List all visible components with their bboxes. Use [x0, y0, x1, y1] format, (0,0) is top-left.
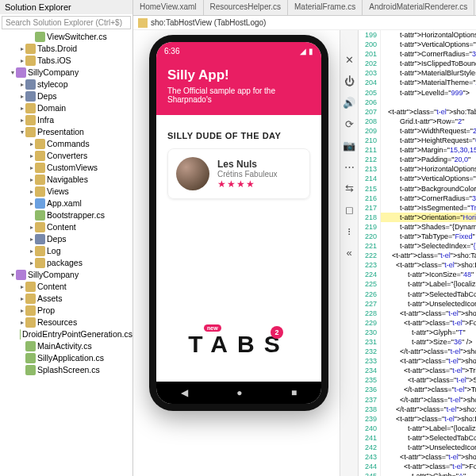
code-line[interactable]: t-attr">VerticalOptions="Start"	[381, 40, 476, 49]
code-line[interactable]: <t-attr">class="t-el">sho:BottomTabItem …	[381, 414, 476, 424]
code-editor[interactable]: 1992002012022032042052062072082092102112…	[359, 30, 476, 476]
code-line[interactable]: <t-attr">class="t-el">FontImageSource t-…	[381, 318, 476, 328]
tree-item[interactable]: ▸Content	[2, 221, 132, 233]
tree-item[interactable]: Bootstrapper.cs	[2, 209, 132, 221]
tree-item[interactable]: ▸App.xaml	[2, 198, 132, 209]
tree-item[interactable]: ▸stylecop	[2, 79, 132, 90]
tree-item[interactable]: ▾Presentation	[2, 126, 132, 138]
code-line[interactable]: t-attr">LevelId="999">	[381, 88, 476, 98]
code-lines[interactable]: t-attr">HorizontalOptions="Center" t-att…	[381, 30, 476, 476]
code-line[interactable]: t-attr">Orientation="Horizontal"	[381, 213, 476, 222]
code-line[interactable]: </t-attr">class="t-el">Trigger>	[381, 385, 476, 394]
phone-screen[interactable]: 6:36 ◢ ▮ Silly App! The Official sample …	[156, 42, 321, 404]
tree-item[interactable]: ▸Domain	[2, 102, 132, 114]
code-line[interactable]: </t-attr">class="t-el">sho:BottomTabItem…	[381, 405, 476, 414]
code-line[interactable]: <t-attr">class="t-el">sho:BottomTabItem.…	[381, 309, 476, 318]
nav-recent-icon[interactable]: ■	[291, 387, 297, 398]
emulator-tool-icon[interactable]: 📷	[343, 140, 355, 152]
document-tabs[interactable]: HomeView.xamlResourcesHelper.csMaterialF…	[133, 0, 476, 16]
emulator-tool-icon[interactable]: ⏻	[344, 75, 355, 87]
code-line[interactable]: <t-attr">class="t-el">sho:BottomTabItem.…	[381, 452, 476, 462]
nav-back-icon[interactable]: ◀	[181, 387, 188, 398]
emulator-tool-icon[interactable]: «	[346, 247, 351, 259]
tree-item[interactable]: ▸Deps	[2, 233, 132, 245]
tree-item[interactable]: ▸Assets	[2, 293, 132, 305]
tree-item[interactable]: ▸Converters	[2, 150, 132, 162]
solution-explorer-search[interactable]: Search Solution Explorer (Ctrl+$)	[2, 16, 131, 29]
tree-item[interactable]: ▸packages	[2, 257, 132, 269]
dude-card[interactable]: Les Nuls Crétins Fabuleux ★★★★	[167, 148, 310, 199]
android-navbar[interactable]: ◀ ● ■	[156, 382, 321, 404]
code-line[interactable]: <t-attr">class="t-el">sho:TabHostView.Ta…	[381, 251, 476, 260]
emulator-tool-icon[interactable]: ⟳	[345, 118, 354, 130]
tree-item[interactable]: SillyApplication.cs	[2, 352, 132, 364]
tree-item[interactable]: ▸Prop	[2, 305, 132, 317]
tree-item[interactable]: ▸Tabs.iOS	[2, 55, 132, 67]
tree-item[interactable]: ▾SillyCompany	[2, 269, 132, 281]
code-line[interactable]: t-attr">HeightRequest="60"	[381, 136, 476, 145]
code-line[interactable]: t-attr">UnselectedIconColor="■{StaticRes…	[381, 443, 476, 452]
code-line[interactable]: t-attr">BackgroundColor="{DynamicResourc…	[381, 184, 476, 194]
tree-item[interactable]: DroidEntryPointGeneration.cs	[2, 328, 132, 340]
code-line[interactable]: t-attr">Label="{localization:Translate T…	[381, 424, 476, 433]
nav-home-icon[interactable]: ●	[236, 387, 242, 398]
solution-tree[interactable]: ViewSwitcher.cs▸Tabs.Droid▸Tabs.iOS▾Sill…	[0, 31, 132, 476]
code-line[interactable]: t-attr">MaterialBlurStyle="{DynamicResou…	[381, 68, 476, 78]
code-line[interactable]: t-attr">Glyph="A"	[381, 471, 476, 476]
tree-item[interactable]: ▾SillyCompany	[2, 67, 132, 79]
tree-item[interactable]: ▸Resources	[2, 317, 132, 328]
code-line[interactable]: t-attr">WidthRequest="200"	[381, 126, 476, 136]
code-line[interactable]: <t-attr">class="t-el">sho:BottomTabItem.…	[381, 356, 476, 366]
code-line[interactable]: t-attr">HorizontalOptions="Center"	[381, 30, 476, 40]
emulator-tool-icon[interactable]: 🔊	[343, 97, 355, 109]
tree-item[interactable]: ▸CustomViews	[2, 162, 132, 174]
emulator-toolstrip[interactable]: ✕⏻🔊⟳📷⋯⇆◻⫶«	[340, 30, 359, 476]
code-line[interactable]: t-attr">VerticalOptions="Start"	[381, 174, 476, 183]
doc-tab[interactable]: ResourcesHelper.cs	[204, 0, 288, 15]
code-line[interactable]: t-attr">Shades="{DynamicResource Dynamic…	[381, 222, 476, 232]
tree-item[interactable]: ▸Commands	[2, 138, 132, 150]
code-line[interactable]	[381, 98, 476, 107]
code-line[interactable]: t-attr">CornerRadius="30"	[381, 49, 476, 59]
doc-tab[interactable]: MaterialFrame.cs	[288, 0, 363, 15]
code-line[interactable]: t-attr">Margin="15,30,15,15"	[381, 145, 476, 155]
doc-tab[interactable]: AndroidMaterialRenderer.cs	[363, 0, 474, 15]
code-line[interactable]: t-attr">TabType="Fixed"	[381, 232, 476, 241]
code-line[interactable]: t-attr">UnselectedIconColor="■{StaticRes…	[381, 299, 476, 309]
doc-tab[interactable]: HomeView.xaml	[133, 0, 204, 15]
code-line[interactable]: t-attr">CornerRadius="30"	[381, 194, 476, 203]
tree-item[interactable]: ▸Content	[2, 281, 132, 293]
code-line[interactable]: t-attr">Size="36" />	[381, 337, 476, 347]
code-line[interactable]: <t-attr">class="t-el">Setter t-attr">Pro…	[381, 375, 476, 385]
tree-item[interactable]: ▸Views	[2, 186, 132, 198]
code-line[interactable]: t-attr">IsClippedToBounds="False"	[381, 59, 476, 68]
emulator-tool-icon[interactable]: ⋯	[344, 161, 355, 173]
emulator-tool-icon[interactable]: ✕	[345, 54, 354, 66]
code-line[interactable]: t-attr">Glyph="T"	[381, 328, 476, 337]
tree-item[interactable]: ▸Log	[2, 245, 132, 257]
code-line[interactable]: t-attr">SelectedTabColor="■{StaticResour…	[381, 433, 476, 443]
tree-item[interactable]: SplashScreen.cs	[2, 364, 132, 376]
tree-item[interactable]: ▸Infra	[2, 114, 132, 126]
code-line[interactable]: <t-attr">class="t-el">sho:BottomTabItem …	[381, 260, 476, 270]
code-line[interactable]: t-attr">IsSegmented="True"	[381, 203, 476, 213]
code-line[interactable]: <t-attr">class="t-el">Trigger t-attr">Ta…	[381, 366, 476, 375]
tree-item[interactable]: ▸Tabs.Droid	[2, 43, 132, 55]
emulator-tool-icon[interactable]: ◻	[345, 204, 354, 216]
tree-item[interactable]: ▸Navigables	[2, 174, 132, 186]
tree-item[interactable]: ViewSwitcher.cs	[2, 31, 132, 43]
code-line[interactable]: <t-attr">class="t-el">sho:TabHostView x:…	[381, 107, 476, 117]
code-line[interactable]: t-attr">SelectedTabColor="■{StaticResour…	[381, 290, 476, 299]
code-line[interactable]: t-attr">IconSize="48"	[381, 270, 476, 279]
code-line[interactable]: t-attr">MaterialTheme="AcrylicBlur"	[381, 78, 476, 87]
breadcrumb[interactable]: sho:TabHostView (TabHostLogo)	[133, 16, 476, 30]
emulator-tool-icon[interactable]: ⫶	[347, 225, 352, 237]
code-line[interactable]: </t-attr">class="t-el">sho:BottomTabItem…	[381, 347, 476, 356]
code-line[interactable]: Grid.t-attr">Row="2"	[381, 117, 476, 126]
tree-item[interactable]: ▸Deps	[2, 90, 132, 102]
code-line[interactable]: t-attr">SelectedIndex="{Binding "t-attr"…	[381, 241, 476, 251]
tabs-logo[interactable]: new TABS 2	[167, 331, 310, 372]
tree-item[interactable]: MainActivity.cs	[2, 340, 132, 352]
emulator-tool-icon[interactable]: ⇆	[345, 182, 354, 194]
code-line[interactable]: t-attr">HorizontalOptions="Center"	[381, 164, 476, 174]
